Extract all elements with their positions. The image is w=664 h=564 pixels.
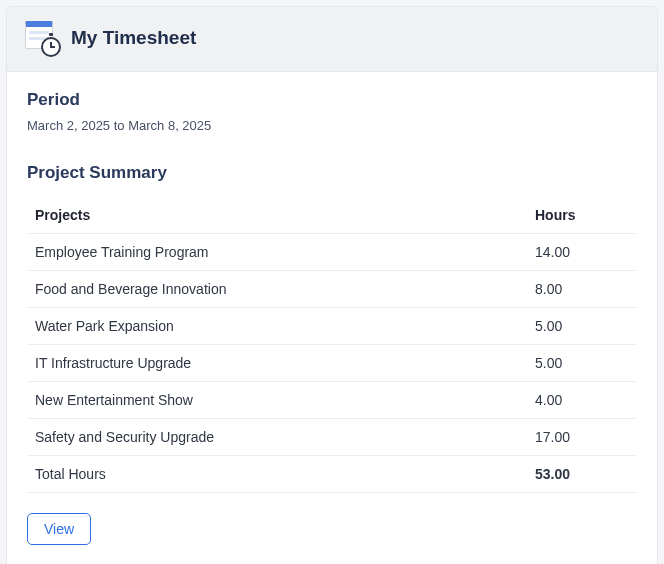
table-total-row: Total Hours 53.00 [27,456,637,493]
hours-cell: 5.00 [527,345,637,382]
project-cell: IT Infrastructure Upgrade [27,345,527,382]
table-row: Employee Training Program 14.00 [27,234,637,271]
table-row: New Entertainment Show 4.00 [27,382,637,419]
timesheet-icon [25,21,59,55]
col-projects: Projects [27,197,527,234]
project-cell: Employee Training Program [27,234,527,271]
total-value: 53.00 [527,456,637,493]
card-body: Period March 2, 2025 to March 8, 2025 Pr… [7,72,657,564]
project-cell: Water Park Expansion [27,308,527,345]
period-range: March 2, 2025 to March 8, 2025 [27,118,637,133]
hours-cell: 4.00 [527,382,637,419]
table-row: Food and Beverage Innovation 8.00 [27,271,637,308]
hours-cell: 8.00 [527,271,637,308]
hours-cell: 5.00 [527,308,637,345]
table-row: Safety and Security Upgrade 17.00 [27,419,637,456]
period-heading: Period [27,90,637,110]
hours-cell: 14.00 [527,234,637,271]
project-summary-heading: Project Summary [27,163,637,183]
timesheet-card: My Timesheet Period March 2, 2025 to Mar… [6,6,658,564]
card-header: My Timesheet [7,7,657,72]
hours-cell: 17.00 [527,419,637,456]
project-summary-table: Projects Hours Employee Training Program… [27,197,637,493]
table-body: Employee Training Program 14.00 Food and… [27,234,637,493]
project-cell: Food and Beverage Innovation [27,271,527,308]
col-hours: Hours [527,197,637,234]
project-cell: New Entertainment Show [27,382,527,419]
table-row: IT Infrastructure Upgrade 5.00 [27,345,637,382]
view-button[interactable]: View [27,513,91,545]
total-label: Total Hours [27,456,527,493]
project-cell: Safety and Security Upgrade [27,419,527,456]
table-row: Water Park Expansion 5.00 [27,308,637,345]
table-header-row: Projects Hours [27,197,637,234]
card-title: My Timesheet [71,27,196,49]
